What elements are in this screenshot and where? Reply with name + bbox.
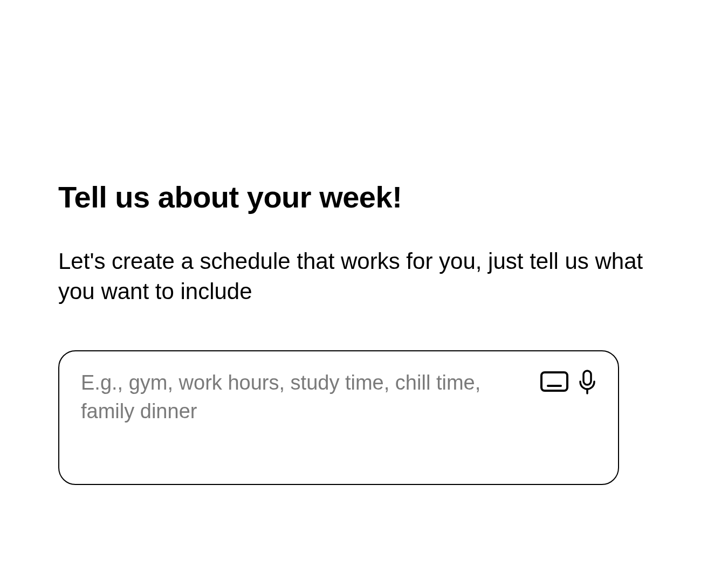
schedule-input[interactable]	[81, 369, 485, 467]
page-subtitle: Let's create a schedule that works for y…	[58, 246, 668, 307]
microphone-button[interactable]	[578, 370, 596, 396]
svg-rect-2	[583, 371, 591, 385]
schedule-input-container	[58, 350, 619, 485]
input-icon-row	[540, 370, 596, 396]
keyboard-icon	[540, 371, 568, 394]
page-title: Tell us about your week!	[58, 181, 668, 214]
onboarding-panel: Tell us about your week! Let's create a …	[58, 181, 668, 485]
svg-rect-0	[541, 372, 567, 391]
keyboard-button[interactable]	[540, 371, 568, 394]
microphone-icon	[578, 370, 596, 396]
